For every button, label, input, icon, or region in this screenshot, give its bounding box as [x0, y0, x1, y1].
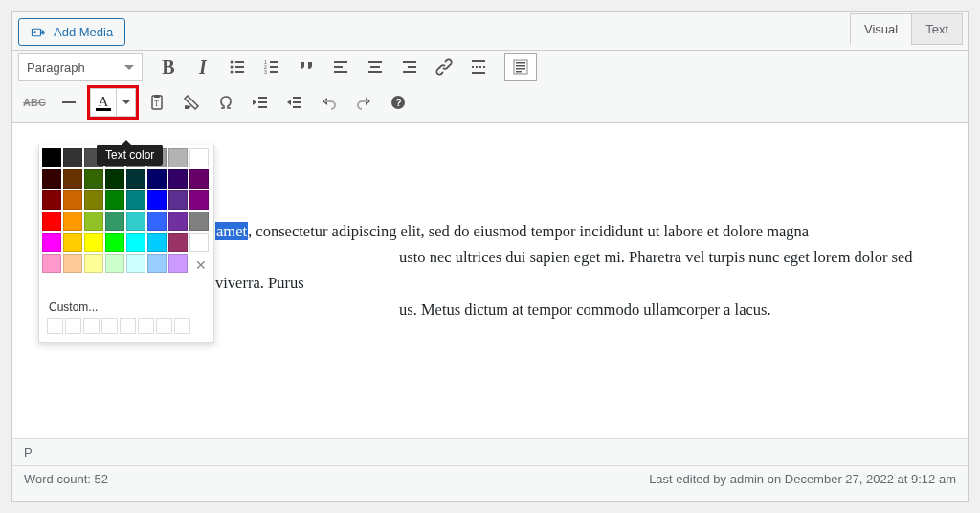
color-swatch[interactable] — [84, 169, 103, 189]
color-swatch[interactable] — [126, 233, 145, 252]
color-swatch[interactable] — [42, 148, 61, 167]
color-swatch[interactable] — [168, 254, 188, 273]
color-swatch[interactable] — [63, 190, 82, 210]
tab-text[interactable]: Text — [911, 13, 963, 45]
color-swatch[interactable] — [42, 169, 61, 189]
redo-button[interactable] — [347, 88, 380, 117]
blockquote-button[interactable] — [290, 53, 323, 81]
custom-swatch[interactable] — [47, 318, 63, 334]
color-swatch[interactable] — [189, 233, 209, 252]
color-swatch[interactable] — [147, 254, 167, 273]
color-swatch[interactable] — [63, 169, 82, 189]
color-swatch[interactable] — [168, 190, 188, 210]
color-swatch[interactable] — [168, 233, 188, 252]
color-swatch[interactable] — [168, 148, 188, 167]
align-right-button[interactable] — [393, 53, 426, 81]
custom-swatch[interactable] — [156, 318, 172, 334]
custom-swatch[interactable] — [138, 318, 154, 334]
color-swatch[interactable] — [105, 212, 124, 231]
toolbar-toggle-button[interactable] — [504, 53, 537, 81]
italic-button[interactable]: I — [187, 53, 219, 81]
color-swatch[interactable] — [105, 233, 124, 252]
color-swatch[interactable] — [63, 148, 82, 167]
tab-visual[interactable]: Visual — [850, 13, 911, 45]
read-more-button[interactable] — [462, 53, 495, 81]
svg-rect-30 — [516, 71, 522, 73]
color-swatch[interactable] — [84, 233, 103, 252]
text-color-underline — [96, 108, 111, 111]
svg-rect-37 — [258, 106, 267, 108]
undo-button[interactable] — [313, 88, 345, 117]
palette-close-button[interactable]: ✕ — [192, 256, 210, 274]
align-left-button[interactable] — [324, 53, 357, 81]
color-swatch[interactable] — [63, 212, 82, 231]
color-swatch[interactable] — [168, 212, 188, 231]
svg-rect-39 — [293, 101, 301, 103]
hr-button[interactable] — [53, 88, 85, 117]
special-char-button[interactable] — [210, 88, 242, 117]
clear-formatting-button[interactable] — [175, 88, 208, 117]
svg-rect-29 — [516, 68, 525, 70]
palette-grid — [41, 147, 213, 274]
color-swatch[interactable] — [147, 169, 167, 189]
color-swatch[interactable] — [84, 212, 103, 231]
align-center-button[interactable] — [359, 53, 391, 81]
outdent-button[interactable] — [244, 88, 277, 117]
custom-color-label[interactable]: Custom... — [41, 295, 212, 318]
add-media-button[interactable]: Add Media — [18, 18, 125, 46]
text-color-button[interactable]: A — [90, 88, 117, 117]
svg-rect-14 — [270, 71, 278, 73]
custom-swatch[interactable] — [65, 318, 81, 334]
color-swatch[interactable] — [126, 190, 145, 210]
svg-rect-21 — [403, 61, 416, 63]
color-swatch[interactable] — [42, 233, 61, 252]
text-color-tooltip: Text color — [97, 145, 163, 166]
color-swatch[interactable] — [189, 148, 209, 167]
color-swatch[interactable] — [189, 212, 209, 231]
color-swatch[interactable] — [126, 169, 145, 189]
text-color-dropdown[interactable] — [117, 88, 136, 117]
color-swatch[interactable] — [189, 169, 209, 189]
svg-rect-35 — [258, 97, 267, 99]
svg-rect-15 — [334, 61, 347, 63]
color-swatch[interactable] — [42, 190, 61, 210]
bullet-list-button[interactable] — [221, 53, 254, 81]
numbered-list-button[interactable]: 123 — [256, 53, 288, 81]
svg-rect-28 — [516, 65, 525, 67]
bold-button[interactable]: B — [152, 53, 185, 81]
paste-text-button[interactable]: T — [141, 88, 173, 117]
color-swatch[interactable] — [63, 233, 82, 252]
help-button[interactable]: ? — [382, 88, 414, 117]
color-swatch[interactable] — [105, 190, 124, 210]
color-swatch[interactable] — [42, 212, 61, 231]
content-paragraph: amet, consectetur adipiscing elit, sed d… — [215, 140, 948, 323]
custom-swatch[interactable] — [101, 318, 118, 334]
color-swatch[interactable] — [63, 254, 82, 273]
svg-rect-16 — [334, 66, 343, 68]
color-swatch[interactable] — [105, 169, 124, 189]
svg-point-1 — [33, 31, 35, 33]
chevron-down-icon — [122, 100, 130, 104]
custom-swatch[interactable] — [83, 318, 100, 334]
svg-point-2 — [44, 33, 46, 34]
custom-swatch[interactable] — [174, 318, 190, 334]
svg-rect-19 — [370, 66, 380, 68]
color-swatch[interactable] — [84, 254, 103, 273]
color-swatch[interactable] — [189, 190, 209, 210]
color-swatch[interactable] — [126, 212, 145, 231]
indent-button[interactable] — [278, 88, 311, 117]
color-swatch[interactable] — [84, 190, 103, 210]
color-swatch[interactable] — [126, 254, 145, 273]
svg-rect-22 — [408, 66, 416, 68]
color-swatch[interactable] — [147, 233, 167, 252]
color-swatch[interactable] — [42, 254, 61, 273]
text-color-split-button: A — [87, 85, 139, 120]
color-swatch[interactable] — [168, 169, 188, 189]
paragraph-format-dropdown[interactable]: Paragraph — [18, 53, 143, 81]
strikethrough-button[interactable]: ABC — [18, 88, 51, 117]
custom-swatch[interactable] — [120, 318, 136, 334]
color-swatch[interactable] — [147, 212, 167, 231]
link-button[interactable] — [428, 53, 460, 81]
color-swatch[interactable] — [105, 254, 124, 273]
color-swatch[interactable] — [147, 190, 167, 210]
